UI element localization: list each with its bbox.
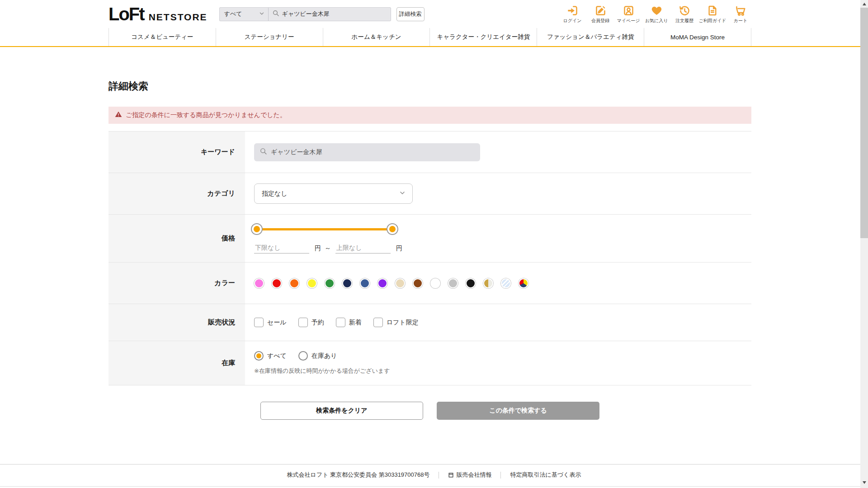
keyword-label: キーワード [108, 131, 245, 173]
color-label: カラー [108, 263, 245, 304]
scrollbar-down-arrow[interactable] [860, 479, 868, 486]
search-icon [259, 147, 267, 157]
color-swatch-yellow[interactable] [307, 278, 317, 288]
sales-checkbox-1[interactable]: 予約 [298, 318, 324, 327]
color-swatch-pink[interactable] [254, 278, 264, 288]
site-logo[interactable]: LoFt NETSTORE [108, 4, 208, 24]
nav-item-1[interactable]: ステーショナリー [216, 28, 323, 46]
keyword-input-wrap [254, 143, 480, 161]
price-min-unit: 円 [315, 244, 321, 253]
scrollbar-up-arrow[interactable] [860, 0, 868, 8]
nav-item-0[interactable]: コスメ＆ビューティー [108, 28, 216, 46]
color-swatch-navy[interactable] [342, 278, 352, 288]
order-history-icon [679, 5, 691, 17]
checkbox-box[interactable] [373, 318, 383, 327]
footer-link-seller-info[interactable]: 販売会社情報 [448, 471, 491, 479]
radio-label: 在庫あり [311, 352, 337, 360]
quick-link-label: ご利用ガイド [699, 18, 726, 24]
color-swatch-beige[interactable] [395, 278, 405, 288]
category-label: カテゴリ [108, 173, 245, 214]
warning-icon [115, 111, 122, 120]
keyword-input[interactable] [271, 149, 475, 156]
form-row-keyword: キーワード [108, 131, 751, 173]
logo-suffix: NETSTORE [149, 12, 208, 23]
error-banner: ご指定の条件に一致する商品が見つかりませんでした。 [108, 107, 751, 124]
register-icon [594, 5, 607, 17]
checkbox-label: セール [267, 319, 287, 327]
color-swatch-gold-silver[interactable] [483, 278, 493, 288]
site-footer: 株式会社ロフト 東京都公安委員会 第303319700768号 販売会社情報 特… [0, 464, 868, 488]
checkbox-box[interactable] [336, 318, 345, 327]
price-separator: ～ [325, 244, 331, 253]
footer-link-tokushoho[interactable]: 特定商取引法に基づく表示 [510, 471, 581, 479]
color-swatch-brown[interactable] [413, 278, 423, 288]
stock-radio-1[interactable]: 在庫あり [298, 351, 337, 361]
window-icon [448, 472, 454, 478]
header-search-group: すべて 詳細検索 [219, 7, 425, 21]
quick-link-favorites[interactable]: お気に入り [646, 5, 667, 24]
color-swatch-blue[interactable] [360, 278, 370, 288]
color-swatch-green[interactable] [325, 278, 335, 288]
color-swatch-multicolor[interactable] [519, 278, 528, 288]
nav-item-3[interactable]: キャラクター・クリエイター雑貨 [429, 28, 537, 46]
advanced-search-button[interactable]: 詳細検索 [396, 7, 425, 21]
color-swatch-purple[interactable] [377, 278, 387, 288]
mypage-icon [623, 5, 635, 17]
radio-circle[interactable] [254, 351, 264, 361]
quick-link-label: 会員登録 [591, 18, 609, 24]
site-header: LoFt NETSTORE すべて 詳細検索 ログイン会員登 [0, 0, 868, 28]
checkbox-label: ロフト限定 [387, 319, 419, 327]
search-icon [272, 9, 279, 19]
nav-item-4[interactable]: ファッション＆バラエティ雑貨 [537, 28, 644, 46]
form-row-stock: 在庫 すべて在庫あり ※在庫情報の反映に時間がかかる場合がございます [108, 341, 751, 385]
quick-link-order-history[interactable]: 注文履歴 [674, 5, 695, 24]
color-swatch-clear[interactable] [501, 278, 511, 288]
price-label: 価格 [108, 215, 245, 262]
chevron-down-icon [259, 10, 265, 18]
price-slider-track [257, 228, 392, 230]
quick-link-register[interactable]: 会員登録 [590, 5, 611, 24]
footer-separator [500, 472, 501, 479]
vertical-scrollbar[interactable] [860, 0, 868, 488]
price-min-input[interactable] [254, 243, 309, 253]
quick-link-login[interactable]: ログイン [561, 5, 583, 24]
error-message: ご指定の条件に一致する商品が見つかりませんでした。 [126, 111, 286, 119]
header-search-box [268, 7, 391, 21]
price-max-unit: 円 [396, 244, 402, 253]
nav-item-2[interactable]: ホーム＆キッチン [323, 28, 430, 46]
header-search-input[interactable] [282, 11, 387, 18]
search-scope-select[interactable]: すべて [219, 7, 268, 21]
price-slider-handle-max[interactable] [387, 223, 398, 235]
form-buttons: 検索条件をクリア この条件で検索する [108, 402, 751, 420]
category-select[interactable]: 指定なし [254, 183, 413, 204]
quick-link-cart[interactable]: カート [730, 5, 751, 24]
price-max-input[interactable] [335, 243, 391, 253]
quick-link-mypage[interactable]: マイページ [618, 5, 639, 24]
quick-link-guide[interactable]: ご利用ガイド [702, 5, 723, 24]
color-swatch-list [254, 278, 528, 288]
radio-circle[interactable] [298, 351, 308, 361]
color-swatch-orange[interactable] [289, 278, 299, 288]
quick-link-label: お気に入り [645, 18, 668, 24]
color-swatch-gray[interactable] [448, 278, 458, 288]
price-slider-handle-min[interactable] [251, 223, 263, 235]
checkbox-box[interactable] [254, 318, 264, 327]
submit-search-button[interactable]: この条件で検索する [437, 402, 599, 420]
color-swatch-red[interactable] [272, 278, 282, 288]
checkbox-box[interactable] [298, 318, 308, 327]
color-swatch-black[interactable] [466, 278, 476, 288]
clear-search-button[interactable]: 検索条件をクリア [260, 402, 423, 420]
quick-link-label: 注文履歴 [675, 18, 693, 24]
sales-checkbox-3[interactable]: ロフト限定 [373, 318, 419, 327]
nav-item-5[interactable]: MoMA Design Store [644, 28, 751, 46]
sales-checkbox-0[interactable]: セール [254, 318, 287, 327]
form-row-sales-status: 販売状況 セール予約新着ロフト限定 [108, 304, 751, 341]
color-swatch-white[interactable] [430, 278, 440, 288]
sales-checkbox-2[interactable]: 新着 [336, 318, 362, 327]
logo-mark: LoFt [108, 4, 144, 24]
footer-divider [0, 486, 868, 487]
stock-radio-0[interactable]: すべて [254, 351, 287, 361]
page-title: 詳細検索 [108, 80, 751, 93]
scrollbar-thumb[interactable] [860, 8, 868, 238]
page: LoFt NETSTORE すべて 詳細検索 ログイン会員登 [0, 0, 868, 488]
